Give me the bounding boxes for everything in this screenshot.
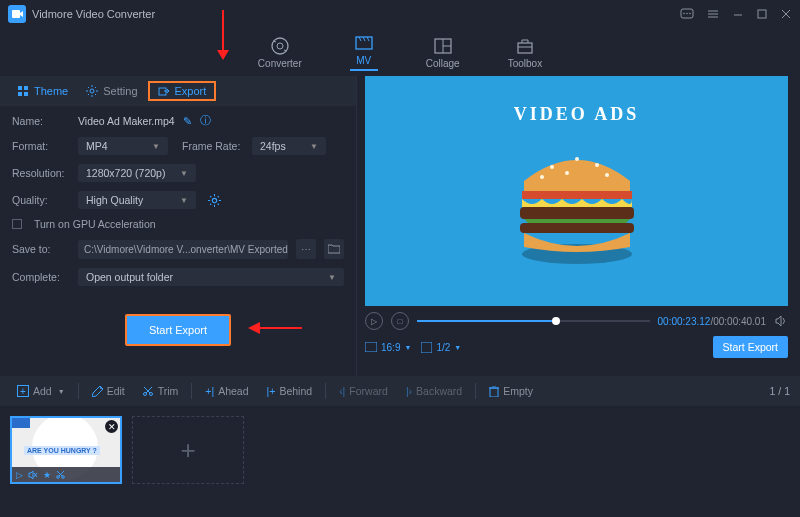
subtab-setting[interactable]: Setting bbox=[78, 81, 145, 101]
save-label: Save to: bbox=[12, 243, 70, 255]
svg-rect-22 bbox=[24, 86, 28, 90]
subtab-theme[interactable]: Theme bbox=[10, 81, 76, 101]
framerate-label: Frame Rate: bbox=[182, 140, 244, 152]
time-total: /00:00:40.01 bbox=[710, 316, 766, 327]
save-more-button[interactable]: ⋯ bbox=[296, 239, 316, 259]
titlebar: Vidmore Video Converter bbox=[0, 0, 800, 28]
setting-icon bbox=[86, 85, 98, 97]
svg-point-33 bbox=[565, 171, 569, 175]
add-clip-placeholder[interactable]: + bbox=[132, 416, 244, 484]
app-title: Vidmore Video Converter bbox=[32, 8, 680, 20]
menu-icon[interactable] bbox=[706, 7, 720, 21]
svg-point-31 bbox=[575, 157, 579, 161]
caret-down-icon: ▼ bbox=[404, 344, 411, 351]
behind-icon: |+ bbox=[267, 385, 276, 397]
maximize-icon[interactable] bbox=[756, 8, 768, 20]
collage-icon bbox=[433, 36, 453, 56]
subtab-theme-label: Theme bbox=[34, 85, 68, 97]
quality-label: Quality: bbox=[12, 194, 70, 206]
tab-toolbox-label: Toolbox bbox=[508, 58, 542, 69]
format-select[interactable]: MP4▼ bbox=[78, 137, 168, 155]
svg-point-4 bbox=[689, 13, 691, 15]
trash-icon bbox=[489, 386, 499, 397]
gpu-checkbox[interactable] bbox=[12, 219, 22, 229]
aspect-select[interactable]: 16:9 ▼ bbox=[365, 342, 411, 353]
thumb-trim-icon[interactable] bbox=[56, 470, 66, 480]
subtab-export-label: Export bbox=[175, 85, 207, 97]
annotation-arrow-right-icon bbox=[246, 320, 302, 336]
svg-rect-36 bbox=[522, 191, 632, 199]
play-button[interactable]: ▷ bbox=[365, 312, 383, 330]
svg-rect-37 bbox=[520, 207, 634, 219]
svg-point-34 bbox=[605, 173, 609, 177]
app-logo-icon bbox=[8, 5, 26, 23]
svg-point-2 bbox=[683, 13, 685, 15]
mv-icon bbox=[354, 33, 374, 53]
backward-button[interactable]: |›Backward bbox=[399, 382, 469, 400]
trim-icon bbox=[143, 386, 154, 397]
svg-point-3 bbox=[686, 13, 688, 15]
caret-down-icon: ▼ bbox=[180, 196, 188, 205]
resolution-select[interactable]: 1280x720 (720p)▼ bbox=[78, 164, 196, 182]
main-tabs: Converter MV Collage Toolbox bbox=[0, 28, 800, 76]
save-path-input[interactable]: C:\Vidmore\Vidmore V...onverter\MV Expor… bbox=[78, 240, 288, 259]
svg-rect-38 bbox=[520, 223, 634, 233]
volume-icon[interactable] bbox=[774, 314, 788, 328]
thumb-star-icon[interactable]: ★ bbox=[43, 470, 51, 480]
minimize-icon[interactable] bbox=[732, 8, 744, 20]
start-export-right-button[interactable]: Start Export bbox=[713, 336, 788, 358]
remove-clip-icon[interactable]: ✕ bbox=[105, 420, 118, 433]
trim-button[interactable]: Trim bbox=[136, 382, 186, 400]
export-icon bbox=[158, 85, 170, 97]
seek-slider[interactable] bbox=[417, 320, 650, 322]
ahead-icon: +| bbox=[205, 385, 214, 397]
tab-collage-label: Collage bbox=[426, 58, 460, 69]
thumb-play-icon[interactable]: ▷ bbox=[16, 470, 23, 480]
edit-button[interactable]: Edit bbox=[85, 382, 132, 400]
backward-icon: |› bbox=[406, 385, 412, 397]
svg-rect-19 bbox=[518, 43, 532, 53]
preview-title: VIDEO ADS bbox=[514, 104, 640, 125]
close-icon[interactable] bbox=[780, 8, 792, 20]
plus-icon: + bbox=[17, 385, 29, 397]
quality-select[interactable]: High Quality▼ bbox=[78, 191, 196, 209]
scale-select[interactable]: 1/2 ▼ bbox=[421, 342, 461, 353]
edit-name-icon[interactable]: ✎ bbox=[183, 115, 192, 127]
add-button[interactable]: +Add▼ bbox=[10, 382, 72, 400]
complete-select[interactable]: Open output folder▼ bbox=[78, 268, 344, 286]
clip-thumbnail[interactable]: ARE YOU HUNGRY ? ✕ ▷ ★ bbox=[10, 416, 122, 484]
caret-down-icon: ▼ bbox=[328, 273, 336, 282]
pager: 1 / 1 bbox=[770, 385, 790, 397]
start-export-button[interactable]: Start Export bbox=[125, 314, 231, 346]
theme-icon bbox=[18, 86, 29, 97]
svg-point-41 bbox=[100, 387, 102, 389]
feedback-icon[interactable] bbox=[680, 7, 694, 21]
stop-button[interactable]: □ bbox=[391, 312, 409, 330]
framerate-select[interactable]: 24fps▼ bbox=[252, 137, 326, 155]
save-folder-button[interactable] bbox=[324, 239, 344, 259]
tab-collage[interactable]: Collage bbox=[426, 36, 460, 69]
svg-point-14 bbox=[277, 43, 283, 49]
svg-point-32 bbox=[595, 163, 599, 167]
tab-toolbox[interactable]: Toolbox bbox=[508, 36, 542, 69]
svg-rect-21 bbox=[18, 86, 22, 90]
svg-point-13 bbox=[272, 38, 288, 54]
annotation-arrow-down-icon bbox=[215, 10, 231, 62]
info-icon[interactable]: ⓘ bbox=[200, 114, 211, 128]
svg-point-30 bbox=[550, 165, 554, 169]
behind-button[interactable]: |+Behind bbox=[260, 382, 320, 400]
svg-point-25 bbox=[90, 89, 94, 93]
forward-button[interactable]: ‹|Forward bbox=[332, 382, 395, 400]
tab-converter[interactable]: Converter bbox=[258, 36, 302, 69]
name-value: Video Ad Maker.mp4 bbox=[78, 115, 175, 127]
empty-button[interactable]: Empty bbox=[482, 382, 540, 400]
thumb-caption: ARE YOU HUNGRY ? bbox=[24, 446, 100, 455]
resolution-label: Resolution: bbox=[12, 167, 70, 179]
subtab-export[interactable]: Export bbox=[148, 81, 217, 101]
converter-icon bbox=[270, 36, 290, 56]
ahead-button[interactable]: +|Ahead bbox=[198, 382, 255, 400]
tab-mv[interactable]: MV bbox=[350, 33, 378, 71]
thumb-mute-icon[interactable] bbox=[28, 470, 38, 480]
aspect-icon bbox=[365, 342, 377, 352]
quality-settings-icon[interactable] bbox=[208, 194, 221, 207]
